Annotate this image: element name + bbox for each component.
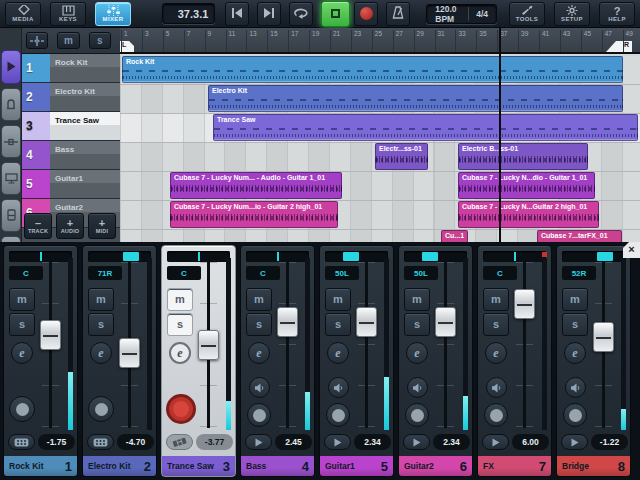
stop-button[interactable] [321, 1, 350, 27]
playhead[interactable] [499, 28, 501, 242]
edit-channel-button[interactable]: e [11, 342, 33, 364]
solo-button[interactable]: s [246, 313, 272, 336]
solo-button[interactable]: s [88, 313, 114, 336]
solo-button[interactable]: s [325, 313, 351, 336]
monitor-button[interactable] [407, 377, 428, 398]
track-header-electro-kit[interactable]: 2Electro Kit [22, 83, 120, 112]
mute-button[interactable]: m [167, 288, 193, 311]
mute-button[interactable]: m [404, 288, 430, 311]
solo-button[interactable]: s [167, 313, 193, 336]
track-header-guitar1[interactable]: 5Guitar1 [22, 170, 120, 199]
edit-channel-button[interactable]: e [248, 342, 270, 364]
mute-button[interactable]: m [483, 288, 509, 311]
play-icon-button[interactable] [245, 434, 272, 450]
media-button[interactable]: MEDIA [5, 2, 41, 26]
pan-value[interactable]: 50L [325, 266, 359, 280]
solo-button[interactable]: s [9, 313, 35, 336]
clip[interactable]: Cu...1 [441, 230, 468, 242]
play-icon-button[interactable] [561, 434, 588, 450]
volume-value[interactable]: -4.70 [117, 434, 154, 450]
arrange-row-5[interactable]: Cubase 7 - Lucky Num... - Audio - Guitar… [120, 172, 640, 201]
arrange-row-7[interactable]: Cu...1Cubase 7...tarFX_01 [120, 230, 640, 242]
volume-fader[interactable] [593, 322, 614, 352]
arrange-row-6[interactable]: Cubase 7 - Lucky Num...io - Guitar 2 hig… [120, 201, 640, 230]
mute-button[interactable]: m [325, 288, 351, 311]
clip[interactable]: Rock Kit [122, 56, 623, 83]
clip[interactable]: Electric B...ss-01 [458, 143, 588, 170]
volume-value[interactable]: 2.45 [275, 434, 312, 450]
clip[interactable]: Cubase 7 - Lucky Num... - Audio - Guitar… [170, 172, 342, 199]
volume-fader[interactable] [40, 320, 61, 350]
channel-strip-trance-saw[interactable]: Cmse-3.77Trance Saw3 [161, 245, 236, 477]
volume-fader[interactable] [356, 307, 377, 337]
channel-strip-electro-kit[interactable]: 71Rmse-4.70Electro Kit2 [82, 245, 157, 477]
channel-label[interactable]: Trance Saw3 [162, 456, 235, 476]
rail-tab-play[interactable] [1, 50, 21, 84]
track-header-trance-saw[interactable]: 3Trance Saw [22, 112, 120, 141]
pan-bar[interactable] [562, 251, 625, 262]
keys-icon-button[interactable] [166, 434, 193, 450]
pan-bar[interactable] [9, 251, 72, 262]
solo-button[interactable]: s [404, 313, 430, 336]
channel-strip-guitar1[interactable]: 50Lmse2.34Guitar15 [319, 245, 394, 477]
clip[interactable]: Cubase 7 - Lucky Num...io - Guitar 2 hig… [170, 201, 338, 228]
record-arm-button[interactable] [326, 403, 350, 427]
mute-button[interactable]: m [246, 288, 272, 311]
clip[interactable]: Cubase 7 - Lucky N...dio - Guitar 1_01 [458, 172, 595, 199]
pan-value[interactable]: C [483, 266, 517, 280]
time-display[interactable]: 37.3.1 [162, 3, 215, 24]
cycle-button[interactable] [289, 2, 313, 26]
play-icon-button[interactable] [324, 434, 351, 450]
volume-value[interactable]: -3.77 [196, 434, 233, 450]
monitor-button[interactable] [328, 377, 349, 398]
channel-label[interactable]: FX7 [478, 456, 551, 476]
volume-value[interactable]: 2.34 [433, 434, 470, 450]
volume-value[interactable]: 6.00 [512, 434, 549, 450]
metronome-button[interactable] [386, 2, 410, 26]
pan-value[interactable]: C [9, 266, 43, 280]
setup-button[interactable]: SETUP [554, 2, 590, 26]
forward-to-end-button[interactable] [257, 2, 281, 26]
record-arm-button[interactable] [563, 403, 587, 427]
mute-button[interactable]: m [88, 288, 114, 311]
edit-channel-button[interactable]: e [485, 342, 507, 364]
mute-button[interactable]: m [9, 288, 35, 311]
mute-button[interactable]: m [562, 288, 588, 311]
help-button[interactable]: ? HELP [599, 2, 635, 26]
monitor-button[interactable] [486, 377, 507, 398]
track-header-bass[interactable]: 4Bass [22, 141, 120, 170]
volume-fader[interactable] [198, 330, 219, 360]
monitor-button[interactable] [565, 377, 586, 398]
pads-icon-button[interactable] [8, 434, 35, 450]
pan-value[interactable]: 50L [404, 266, 438, 280]
clip[interactable]: Cubase 7...tarFX_01 [537, 230, 622, 242]
edit-channel-button[interactable]: e [327, 342, 349, 364]
arrange-row-3[interactable]: Trance Saw [120, 114, 640, 143]
pan-bar[interactable] [483, 251, 546, 262]
add-midi-button[interactable]: +MIDI [88, 213, 116, 239]
channel-label[interactable]: Rock Kit1 [4, 456, 77, 476]
play-icon-button[interactable] [482, 434, 509, 450]
solo-button[interactable]: s [483, 313, 509, 336]
pan-bar[interactable] [404, 251, 467, 262]
snap-button[interactable] [26, 32, 48, 49]
pan-value[interactable]: 71R [88, 266, 122, 280]
record-button[interactable] [354, 2, 378, 26]
rail-tab-crossfade[interactable] [1, 125, 21, 158]
record-arm-button[interactable] [484, 403, 508, 427]
clip[interactable]: Electro Kit [208, 85, 623, 112]
volume-fader[interactable] [514, 289, 535, 319]
arrange-row-1[interactable]: Rock Kit [120, 56, 640, 85]
channel-label[interactable]: Bass4 [241, 456, 314, 476]
timeline-ruler[interactable]: L R 135791113151719212325272931333537394… [120, 28, 640, 54]
channel-strip-bass[interactable]: Cmse2.45Bass4 [240, 245, 315, 477]
channel-strip-bridge[interactable]: 52Rmse-1.22Bridge8 [556, 245, 631, 477]
record-arm-button[interactable] [405, 403, 429, 427]
arrange-row-4[interactable]: Electr...ss-01Electric B...ss-01 [120, 143, 640, 172]
solo-button[interactable]: s [562, 313, 588, 336]
play-icon-button[interactable] [403, 434, 430, 450]
volume-fader[interactable] [435, 307, 456, 337]
pan-value[interactable]: 52R [562, 266, 596, 280]
solo-all-button[interactable]: s [89, 32, 111, 49]
volume-value[interactable]: -1.75 [38, 434, 75, 450]
